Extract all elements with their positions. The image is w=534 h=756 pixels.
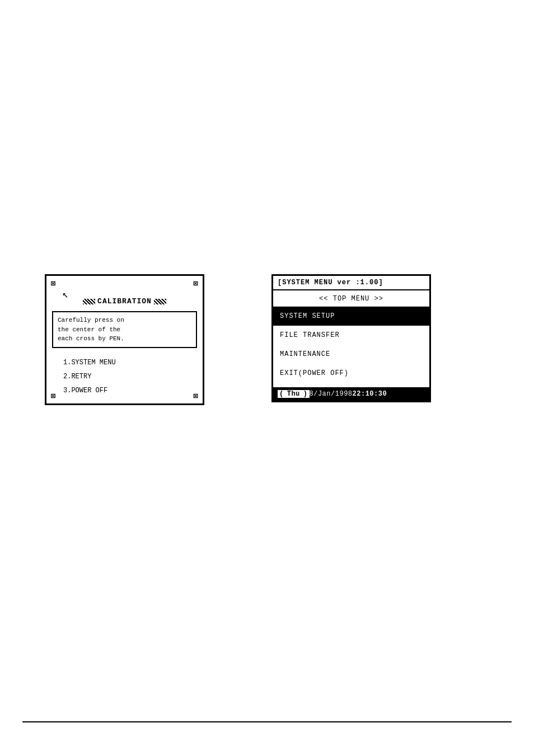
calibration-instruction: Carefully press onthe center of theeach … xyxy=(52,311,197,348)
system-menu-body: << TOP MENU >> SYSTEM SETUP FILE TRANSFE… xyxy=(273,290,429,401)
corner-tr-icon: ⊠ xyxy=(194,279,198,288)
system-menu-screen: [SYSTEM MENU ver :1.00] << TOP MENU >> S… xyxy=(271,274,431,402)
menu-item-exit[interactable]: EXIT(POWER OFF) xyxy=(273,364,429,383)
menu-item-system-setup[interactable]: SYSTEM SETUP xyxy=(273,307,429,326)
menu-item-file-transfer[interactable]: FILE TRANSFER xyxy=(273,326,429,345)
page: ⊠ ⊠ ⊠ ⊠ ↖ CALIBRATION Carefully press on… xyxy=(0,0,534,756)
cursor-icon: ↖ xyxy=(62,288,68,300)
footer-day: ( xyxy=(278,390,285,398)
calibration-title: CALIBRATION xyxy=(52,297,197,306)
corner-br-icon: ⊠ xyxy=(194,391,198,401)
top-menu-label: << TOP MENU >> xyxy=(273,290,429,307)
menu-item-maintenance[interactable]: MAINTENANCE xyxy=(273,345,429,364)
screens-container: ⊠ ⊠ ⊠ ⊠ ↖ CALIBRATION Carefully press on… xyxy=(45,274,431,405)
menu-items: SYSTEM SETUP FILE TRANSFER MAINTENANCE E… xyxy=(273,307,429,383)
option-1[interactable]: 1.SYSTEM MENU xyxy=(63,356,197,370)
calibration-instruction-text: Carefully press onthe center of theeach … xyxy=(58,317,124,342)
calibration-options: 1.SYSTEM MENU 2.RETRY 3.POWER OFF xyxy=(52,356,197,398)
calibration-screen: ⊠ ⊠ ⊠ ⊠ ↖ CALIBRATION Carefully press on… xyxy=(45,274,204,405)
corner-tl-icon: ⊠ xyxy=(51,279,55,288)
option-3[interactable]: 3.POWER OFF xyxy=(63,384,197,398)
footer-time: 22:10:30 xyxy=(353,390,387,398)
corner-bl-icon: ⊠ xyxy=(51,391,55,401)
system-menu-title: [SYSTEM MENU ver :1.00] xyxy=(278,279,383,287)
system-menu-footer: ( Thu ) 8/Jan/1998 22:10:30 xyxy=(273,387,429,401)
option-2[interactable]: 2.RETRY xyxy=(63,370,197,384)
footer-day-close: ) xyxy=(302,390,310,398)
bottom-divider xyxy=(22,721,512,722)
footer-day-text: Thu xyxy=(285,390,302,398)
system-menu-header: [SYSTEM MENU ver :1.00] xyxy=(273,276,429,290)
footer-date: 8/Jan/1998 xyxy=(310,390,353,398)
